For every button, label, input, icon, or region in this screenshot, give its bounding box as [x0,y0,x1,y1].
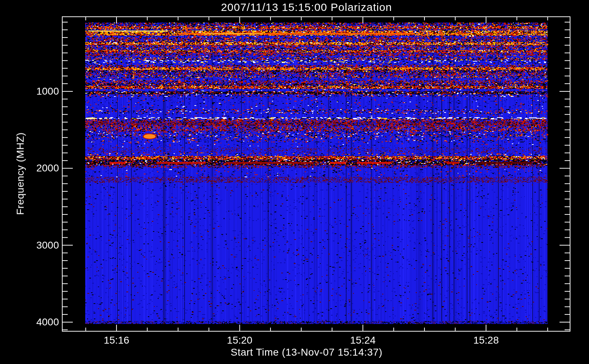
y-tick-label-3000: 3000 [15,240,59,251]
spectrogram-chart: 2007/11/13 15:15:00 Polarization Frequen… [0,0,589,364]
x-tick-label-1520: 15:20 [214,335,265,346]
chart-title: 2007/11/13 15:15:00 Polarization [33,1,580,13]
x-tick-label-1516: 15:16 [91,335,142,346]
spectrogram-canvas [0,0,589,364]
y-tick-label-4000: 4000 [15,316,59,328]
y-tick-label-2000: 2000 [15,162,59,174]
x-axis-label: Start Time (13-Nov-07 15:14:37) [33,347,580,358]
x-tick-label-1524: 15:24 [337,335,388,346]
x-tick-label-1528: 15:28 [460,335,511,346]
y-tick-label-1000: 1000 [15,86,59,97]
